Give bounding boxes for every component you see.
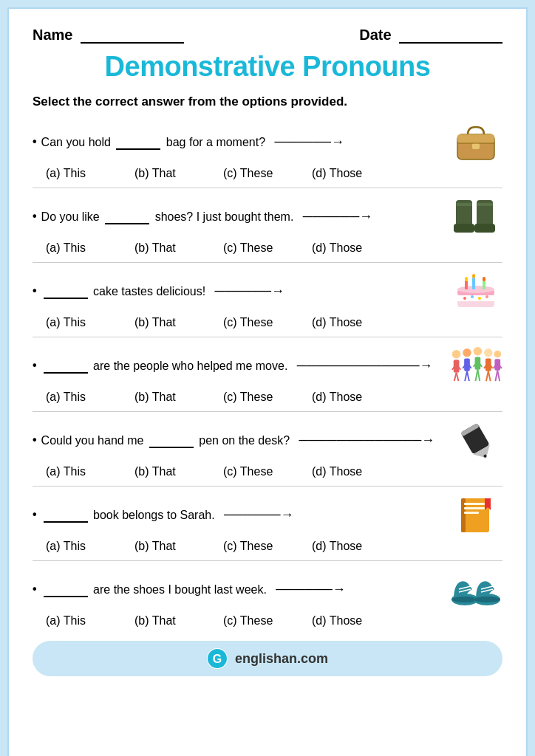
name-line (81, 42, 184, 44)
worksheet-page: Name Date Demonstrative Pronouns Select … (7, 7, 528, 756)
svg-text:G: G (213, 653, 222, 665)
date-field: Date (359, 27, 502, 44)
option-a-q5: (a) This (46, 465, 134, 478)
question-text-after: are the shoes I bought last week. (90, 583, 267, 596)
question-block-1: • Can you hold bag for a moment? ──────→… (33, 120, 502, 188)
icon-book (449, 492, 502, 537)
svg-point-36 (474, 347, 483, 356)
svg-rect-16 (472, 278, 475, 289)
option-a-q7: (a) This (46, 614, 134, 628)
option-a-q6: (a) This (46, 540, 134, 553)
question-row-6: • book belongs to Sarah. ──────→ (33, 492, 502, 537)
question-block-5: • Could you hand me pen on the desk? ───… (33, 418, 502, 487)
svg-point-13 (457, 286, 494, 293)
options-row-5: (a) This(b) That(c) These(d) Those (46, 465, 502, 478)
options-row-3: (a) This(b) That(c) These(d) Those (46, 316, 502, 329)
question-row-4: • are the people who helped me move. ───… (33, 343, 502, 388)
icon-cake (449, 269, 502, 313)
question-text-3: cake tastes delicious! ──────→ (41, 284, 442, 299)
option-d-q3: (d) Those (312, 316, 401, 329)
divider-1 (33, 188, 502, 188)
options-row-4: (a) This(b) That(c) These(d) Those (46, 391, 502, 404)
question-row-7: • are the shoes I bought last week. ────… (33, 567, 502, 611)
icon-boots (449, 194, 502, 238)
option-b-q2: (b) That (134, 241, 223, 255)
icon-bag (449, 120, 502, 164)
option-b-q3: (b) That (134, 316, 223, 329)
options-row-1: (a) This(b) That(c) These(d) Those (46, 167, 502, 180)
option-c-q1: (c) These (223, 167, 312, 180)
question-row-3: • cake tastes delicious! ──────→ (33, 269, 502, 313)
icon-people (449, 343, 502, 388)
svg-point-15 (465, 277, 468, 281)
arrow-1: ──────→ (275, 134, 345, 150)
option-a-q2: (a) This (46, 241, 134, 255)
question-block-4: • are the people who helped me move. ───… (33, 343, 502, 412)
option-a-q1: (a) This (46, 167, 134, 180)
divider-6 (33, 560, 502, 561)
arrow-2: ──────→ (303, 209, 373, 224)
date-line (399, 42, 502, 44)
arrow-4: ─────────────→ (297, 358, 433, 374)
svg-rect-61 (464, 507, 485, 509)
question-text-after: shoes? I just bought them. (151, 210, 293, 223)
svg-point-69 (474, 597, 500, 602)
option-c-q3: (c) These (223, 316, 312, 329)
question-block-6: • book belongs to Sarah. ──────→ (a) Thi… (33, 492, 502, 561)
option-c-q5: (c) These (223, 465, 312, 478)
header-row: Name Date (33, 27, 502, 44)
question-block-7: • are the shoes I bought last week. ────… (33, 567, 502, 628)
svg-point-22 (478, 297, 481, 300)
answer-blank (44, 508, 88, 523)
option-c-q4: (c) These (223, 391, 312, 404)
svg-line-35 (467, 371, 469, 381)
options-row-7: (a) This(b) That(c) These(d) Those (46, 614, 502, 628)
option-a-q4: (a) This (46, 391, 134, 404)
question-row-5: • Could you hand me pen on the desk? ───… (33, 418, 502, 462)
svg-line-53 (497, 371, 500, 381)
svg-point-20 (463, 297, 466, 300)
svg-rect-6 (454, 224, 474, 233)
icon-pen (449, 418, 502, 462)
option-b-q6: (b) That (134, 540, 223, 553)
questions-container: • Can you hold bag for a moment? ──────→… (33, 120, 502, 628)
arrow-6: ──────→ (224, 507, 294, 523)
bullet-6: • (33, 508, 37, 521)
question-text-before: Do you like (41, 210, 103, 223)
question-text-after: book belongs to Sarah. (90, 509, 215, 521)
question-text-5: Could you hand me pen on the desk? ─────… (41, 433, 442, 448)
options-row-2: (a) This(b) That(c) These(d) Those (46, 241, 502, 255)
question-row-1: • Can you hold bag for a moment? ──────→ (33, 120, 502, 164)
arrow-7: ──────→ (276, 582, 346, 597)
svg-point-21 (471, 295, 474, 298)
divider-5 (33, 486, 502, 487)
footer-logo-icon: G (207, 648, 228, 669)
question-text-6: book belongs to Sarah. ──────→ (41, 507, 442, 523)
arrow-3: ──────→ (215, 284, 285, 299)
option-b-q4: (b) That (134, 391, 223, 404)
option-b-q5: (b) That (134, 465, 223, 478)
question-text-before: Could you hand me (41, 434, 147, 447)
option-d-q6: (d) Those (312, 540, 401, 553)
question-text-1: Can you hold bag for a moment? ──────→ (41, 134, 442, 150)
question-text-before: Can you hold (41, 136, 115, 148)
date-label: Date (359, 27, 391, 43)
svg-rect-8 (456, 203, 472, 206)
svg-rect-2 (472, 143, 480, 149)
svg-line-29 (457, 373, 459, 382)
footer: G englishan.com (33, 641, 502, 676)
svg-point-17 (472, 274, 475, 278)
divider-2 (33, 262, 502, 263)
question-text-2: Do you like shoes? I just bought them. ─… (41, 209, 442, 224)
option-d-q4: (d) Those (312, 391, 401, 404)
svg-point-42 (484, 348, 493, 357)
option-c-q7: (c) These (223, 614, 312, 628)
question-text-4: are the people who helped me move. ─────… (41, 358, 442, 374)
question-text-after: bag for a moment? (163, 136, 265, 148)
icon-shoes (449, 567, 502, 611)
name-field: Name (33, 27, 184, 44)
option-d-q2: (d) Those (312, 241, 401, 255)
question-block-3: • cake tastes delicious! ──────→ (a) Thi… (33, 269, 502, 337)
answer-blank (105, 210, 149, 224)
divider-3 (33, 337, 502, 337)
